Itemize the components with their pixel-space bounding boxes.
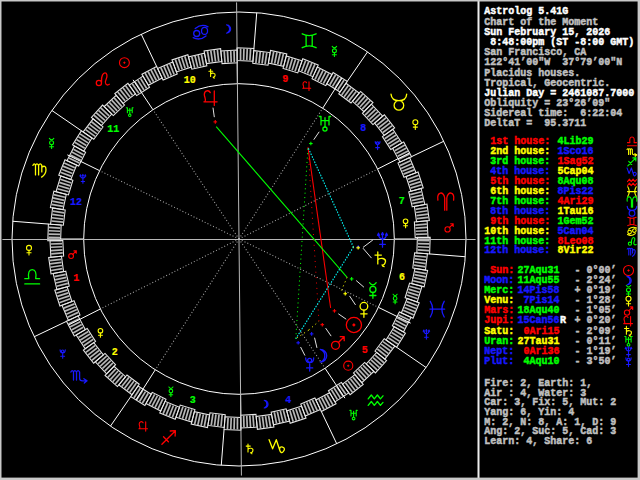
svg-text:11: 11 [107,124,119,135]
svg-text:9: 9 [282,74,288,85]
svg-text:12: 12 [70,197,82,208]
svg-text:4: 4 [285,395,291,406]
svg-text:6: 6 [399,272,405,283]
svg-text:7: 7 [399,196,405,207]
svg-text:10: 10 [184,75,196,86]
svg-text:2: 2 [112,347,118,358]
svg-text:3: 3 [190,395,196,406]
svg-text:1: 1 [73,273,79,284]
svg-text:5: 5 [362,345,368,356]
svg-text:8: 8 [360,123,366,134]
